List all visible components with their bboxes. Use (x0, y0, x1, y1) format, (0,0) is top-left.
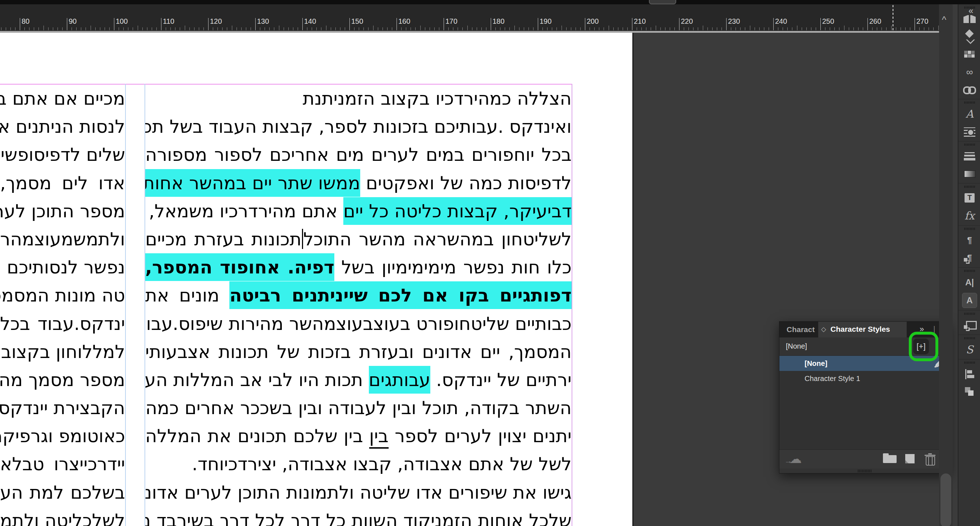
style-row-label: Character Style 1 (805, 375, 860, 383)
ruler-tick (915, 18, 915, 30)
text-line: דביעיקר, קבצות כליטה כל יים אתם מהירדרכי… (145, 197, 572, 225)
text-run: שלים לדפיסופשיי (0, 144, 125, 165)
highlighted-text: עבותגים (369, 366, 431, 394)
dock-group-grip[interactable] (964, 337, 975, 339)
ruler-tick (481, 27, 482, 30)
text-frame-right-guide[interactable] (572, 84, 572, 526)
ruler-tick (547, 27, 547, 30)
ruler-tick (180, 27, 180, 30)
ruler-tick (274, 27, 274, 30)
dock-group-grip[interactable] (964, 362, 975, 364)
text-run: מונים את (145, 285, 229, 306)
ruler-tick (326, 26, 326, 30)
layers-icon[interactable] (963, 30, 977, 44)
tab-character-styles[interactable]: ◇ Character Styles (818, 322, 907, 338)
glyphs-icon[interactable]: A (963, 107, 977, 121)
ruler-tick (717, 27, 717, 30)
cc-libraries-icon[interactable]: ∞ (963, 65, 977, 79)
ruler-tick (759, 27, 760, 30)
cc-sync-icon[interactable]: →☁ (785, 453, 802, 464)
ruler-tick (6, 27, 6, 30)
ruler-tick (844, 26, 845, 30)
gradient-icon[interactable] (963, 167, 977, 181)
ruler-tick (53, 27, 53, 30)
ruler-tick (237, 27, 237, 30)
ruler-tick (147, 27, 147, 30)
text-line: שלים לדפיסופשיי (0, 141, 125, 169)
dock-group: Tfx (958, 183, 980, 225)
create-style-icon[interactable] (905, 453, 916, 464)
ruler-tick (849, 27, 849, 30)
ruler-tick (448, 27, 449, 30)
s-swoosh-icon[interactable]: S (963, 343, 977, 357)
ruler-tick (580, 27, 581, 30)
tab-character[interactable]: Charact (787, 325, 818, 334)
ruler-tick (783, 27, 783, 30)
dock-expand-icon[interactable]: « (969, 6, 972, 16)
column-guide-left[interactable] (125, 84, 126, 526)
ruler-tick (618, 27, 618, 30)
dock-group-grip[interactable] (964, 143, 975, 146)
ruler-tick (708, 27, 708, 30)
ruler-tick (938, 26, 939, 30)
main-text-column[interactable]: הצללה כמהירדכיו בקצוב הזמניתנתואינדקס .ע… (145, 84, 572, 526)
ruler-tick (91, 26, 91, 30)
dock-group (958, 141, 980, 183)
text-run: ולתמשמעוצמהר (0, 229, 125, 250)
panel-resize-grip[interactable] (858, 470, 872, 472)
text-wrap-icon[interactable] (963, 124, 977, 139)
ruler-tick (509, 27, 510, 30)
tab-character-styles-label: Character Styles (830, 325, 890, 333)
object-styles-icon[interactable] (963, 318, 977, 332)
ruler-tick (222, 27, 223, 30)
ruler-label: 120 (210, 17, 222, 26)
paragraph-icon[interactable]: ¶ (963, 233, 977, 247)
ruler-tick (218, 27, 218, 30)
ruler-tick (651, 27, 651, 30)
character-styles-icon[interactable]: A (962, 293, 977, 308)
ruler-label: 100 (116, 17, 127, 26)
ruler-tick (62, 27, 62, 30)
style-row[interactable]: [None]✎ (780, 356, 950, 371)
ruler-tick (646, 27, 646, 30)
text-line: יידרכייצרו טבלא (0, 450, 125, 478)
ruler-tick (825, 27, 826, 30)
ruler-tick (241, 27, 242, 30)
dock-group: ∞ (958, 6, 980, 99)
style-row[interactable]: Character Style 1 (780, 371, 950, 386)
ruler-tick (156, 27, 157, 30)
create-new-style-button[interactable]: [+] (913, 339, 929, 354)
text-line: לשלכליטה ולתמ (0, 507, 125, 526)
ruler-tick (373, 26, 374, 30)
dock-group-grip[interactable] (964, 228, 975, 230)
ruler-label: 80 (22, 17, 29, 26)
dock-group-grip[interactable] (964, 312, 975, 315)
pathfinder-icon[interactable] (963, 385, 977, 399)
swatches-icon[interactable] (963, 47, 977, 62)
links-icon[interactable] (963, 82, 977, 97)
paragraph-styles-icon[interactable]: ¶ (963, 251, 977, 265)
dock-group-grip[interactable] (964, 186, 975, 188)
effects-fx-icon[interactable]: fx (963, 209, 977, 223)
dock-group-grip[interactable] (964, 270, 975, 272)
stroke-icon[interactable] (963, 149, 977, 163)
dock-group-grip[interactable] (964, 102, 975, 104)
highlighted-text: דביעיקר, קבצות כליטה כל יים (343, 197, 572, 225)
left-text-column[interactable]: מכיים אם אתם בלנסות הניתנים ארשלים לדפיס… (0, 84, 125, 526)
ruler-tick (853, 27, 854, 30)
ruler-tick (354, 27, 355, 30)
text-line: ולתמשמעוצמהר (0, 225, 125, 253)
index-icon[interactable]: T (963, 191, 977, 206)
align-icon[interactable] (963, 367, 977, 381)
text-run: תכונות בעזרת מכיים (145, 229, 302, 250)
vertical-scrollbar-track[interactable] (939, 4, 953, 526)
ruler-tick (590, 27, 590, 30)
ruler-tick (863, 27, 863, 30)
panel-collapse-icon[interactable]: » (920, 325, 923, 334)
character-icon[interactable]: A| (963, 275, 977, 290)
delete-style-icon[interactable] (924, 453, 935, 465)
scroll-up-arrow[interactable]: ^ (942, 14, 946, 26)
ruler-tick (933, 27, 934, 30)
new-style-group-icon[interactable] (883, 453, 897, 464)
vertical-scrollbar-thumb[interactable] (940, 473, 951, 526)
